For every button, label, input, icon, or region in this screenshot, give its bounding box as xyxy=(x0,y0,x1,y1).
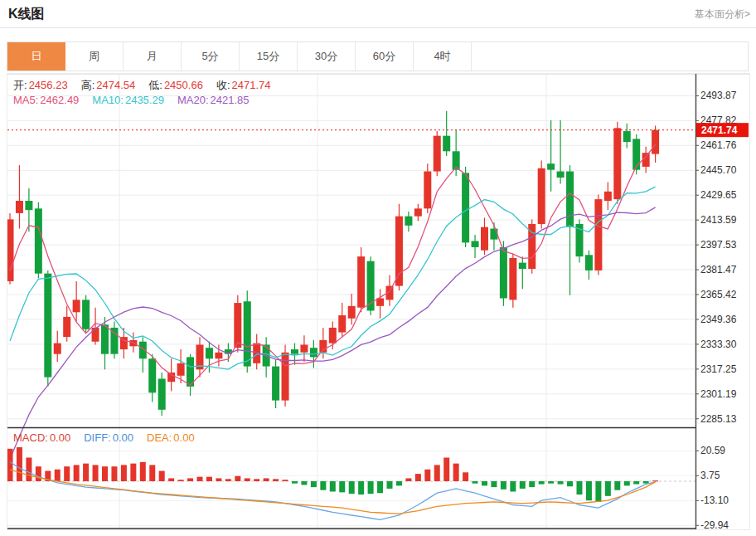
macd-bar-negative xyxy=(301,481,307,485)
candle-down xyxy=(632,139,640,169)
main-axis-label: 2301.19 xyxy=(700,388,737,400)
interval-tab-bar: 日周月5分15分30分60分4时 xyxy=(7,41,749,71)
macd-bar-positive xyxy=(121,465,127,481)
candle-up xyxy=(63,317,70,337)
candle-up xyxy=(329,328,337,344)
candle-down xyxy=(291,349,298,354)
macd-bar-positive xyxy=(64,466,70,481)
macd-bar-positive xyxy=(225,479,231,481)
macd-bar-negative xyxy=(558,481,564,485)
candle-up xyxy=(538,168,545,224)
fundamental-analysis-link[interactable]: 基本面分析> xyxy=(695,7,750,22)
candle-down xyxy=(490,229,497,240)
candle-down xyxy=(547,163,555,169)
main-axis-label: 2445.70 xyxy=(700,164,737,176)
macd-bar-negative xyxy=(368,481,374,494)
candle-up xyxy=(300,344,308,352)
tab-week[interactable]: 周 xyxy=(65,42,124,71)
candle-down xyxy=(206,348,213,358)
candle-up xyxy=(414,208,422,216)
macd-axis-label: -13.10 xyxy=(700,495,729,506)
candle-down xyxy=(443,136,450,152)
macd-bar-positive xyxy=(130,464,136,481)
macd-bar-negative xyxy=(396,481,402,485)
candle-up xyxy=(395,217,403,286)
candle-down xyxy=(25,201,32,210)
candle-up xyxy=(604,192,612,201)
macd-axis-label: 20.59 xyxy=(700,445,725,456)
macd-bar-negative xyxy=(595,481,601,502)
macd-bar-positive xyxy=(93,465,99,481)
macd-bar-positive xyxy=(443,458,449,481)
tab-15min[interactable]: 15分 xyxy=(240,42,298,71)
chart-area[interactable]: 开:2456.23高:2474.54低:2450.66收:2471.74 MA5… xyxy=(7,73,750,530)
macd-bar-positive xyxy=(216,478,221,481)
macd-bar-negative xyxy=(510,481,516,491)
macd-bar-positive xyxy=(102,466,108,481)
macd-bar-positive xyxy=(453,464,459,481)
macd-bar-positive xyxy=(168,478,174,481)
candle-up xyxy=(73,300,80,312)
candle-down xyxy=(272,367,279,401)
candle-up xyxy=(594,199,602,270)
candle-up xyxy=(16,201,23,213)
candle-down xyxy=(244,301,251,366)
candle-down xyxy=(405,217,412,226)
main-axis-label: 2365.42 xyxy=(700,289,737,300)
kline-chart-svg[interactable]: 2493.872477.822461.762445.702429.652413.… xyxy=(7,74,749,529)
macd-bar-positive xyxy=(273,479,279,481)
macd-bar-positive xyxy=(197,477,203,481)
tab-5min[interactable]: 5分 xyxy=(182,42,240,71)
last-price-tag-text: 2471.74 xyxy=(701,124,738,136)
candle-up xyxy=(652,130,659,154)
candle-up xyxy=(167,373,175,382)
main-axis-label: 2429.65 xyxy=(700,189,737,201)
main-axis-label: 2397.53 xyxy=(700,239,737,251)
macd-bar-positive xyxy=(254,479,259,481)
candle-up xyxy=(434,136,441,172)
macd-histogram xyxy=(7,447,658,502)
main-axis-label: 2285.13 xyxy=(700,413,737,425)
macd-bar-positive xyxy=(140,462,146,481)
candle-up xyxy=(509,258,516,300)
macd-bar-negative xyxy=(339,481,345,492)
candle-down xyxy=(566,172,574,227)
main-axis-label: 2493.87 xyxy=(700,90,737,101)
macd-bar-negative xyxy=(643,481,649,484)
macd-bar-negative xyxy=(520,481,526,489)
macd-bar-negative xyxy=(349,481,355,494)
macd-bar-negative xyxy=(472,481,478,484)
macd-bar-positive xyxy=(206,477,212,481)
main-axis-label: 2317.25 xyxy=(700,363,737,375)
candle-up xyxy=(7,219,14,281)
macd-bar-positive xyxy=(111,466,117,481)
candle-up xyxy=(613,128,621,199)
candle-down xyxy=(310,348,317,357)
macd-bar-negative xyxy=(377,481,383,493)
macd-bar-negative xyxy=(548,481,554,484)
main-axis-label: 2333.30 xyxy=(700,339,737,350)
macd-bar-negative xyxy=(292,481,298,484)
macd-bar-positive xyxy=(434,465,440,481)
candle-up xyxy=(424,172,431,209)
tab-30min[interactable]: 30分 xyxy=(298,42,356,71)
macd-bar-positive xyxy=(405,478,411,481)
tab-4hour[interactable]: 4时 xyxy=(414,42,472,71)
candle-down xyxy=(139,342,147,359)
candle-up xyxy=(92,328,99,342)
tab-month[interactable]: 月 xyxy=(124,42,182,71)
macd-bar-negative xyxy=(529,481,535,487)
kline-widget: K线图 基本面分析> 日周月5分15分30分60分4时 开:2456.23高:2… xyxy=(0,0,756,536)
candle-down xyxy=(35,208,42,273)
macd-bar-negative xyxy=(586,481,592,500)
candle-down xyxy=(148,358,156,392)
macd-bar-positive xyxy=(187,478,193,481)
candle-up xyxy=(177,363,185,376)
macd-bar-positive xyxy=(652,480,658,481)
tab-day[interactable]: 日 xyxy=(7,42,65,71)
tab-60min[interactable]: 60分 xyxy=(356,42,414,71)
candle-up xyxy=(357,256,365,308)
candle-down xyxy=(585,255,593,270)
candle-up xyxy=(234,303,241,348)
widget-header: K线图 基本面分析> xyxy=(0,0,756,27)
